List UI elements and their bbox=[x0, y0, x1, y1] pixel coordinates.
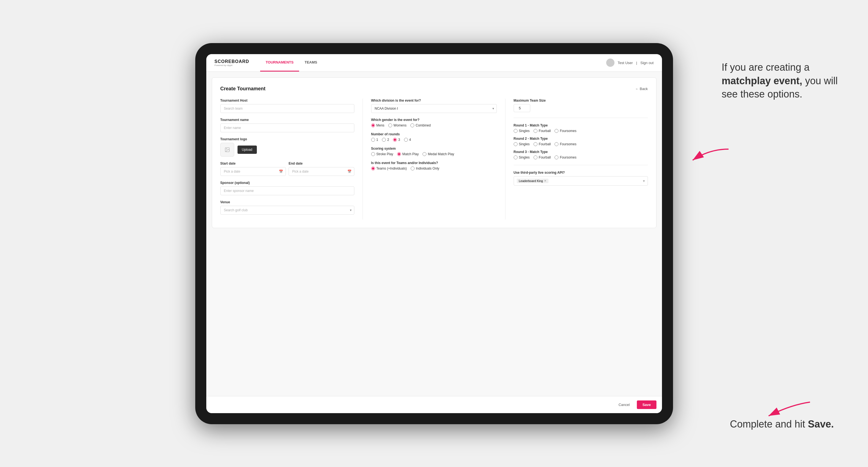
annotation-matchplay-bold: matchplay event, bbox=[722, 75, 802, 87]
nav-tabs: TOURNAMENTS TEAMS bbox=[260, 54, 322, 71]
tab-tournaments[interactable]: TOURNAMENTS bbox=[260, 54, 299, 71]
gender-mens[interactable]: Mens bbox=[371, 123, 384, 127]
max-team-size-group: Maximum Team Size bbox=[514, 99, 648, 112]
form-footer: Cancel Save bbox=[206, 396, 662, 413]
nav-bar: SCOREBOARD Powered by clippit TOURNAMENT… bbox=[206, 54, 662, 72]
tournament-name-input[interactable] bbox=[220, 123, 354, 132]
round-1[interactable]: 1 bbox=[371, 138, 378, 142]
teams-label: Is this event for Teams and/or Individua… bbox=[371, 161, 497, 165]
gender-combined[interactable]: Combined bbox=[410, 123, 431, 127]
end-date-wrapper: 📅 bbox=[288, 167, 354, 176]
tournament-host-label: Tournament Host bbox=[220, 99, 354, 102]
nav-logo: SCOREBOARD Powered by clippit bbox=[215, 59, 249, 67]
round2-match-type: Round 2 - Match Type Singles Fourball bbox=[514, 137, 648, 146]
rounds-radio-group: 1 2 3 bbox=[371, 138, 497, 142]
round-3[interactable]: 3 bbox=[393, 138, 400, 142]
arrow-save bbox=[763, 399, 813, 422]
teams-group: Is this event for Teams and/or Individua… bbox=[371, 161, 497, 170]
user-name: Test User bbox=[618, 61, 633, 65]
avatar bbox=[606, 59, 615, 67]
tournament-name-group: Tournament name bbox=[220, 118, 354, 132]
venue-select-wrapper bbox=[220, 206, 354, 215]
max-team-size-input[interactable] bbox=[514, 104, 530, 112]
round1-singles[interactable]: Singles bbox=[514, 129, 530, 133]
api-tag-close-icon[interactable]: ✕ bbox=[544, 179, 546, 182]
teams-radio-group: Teams (+Individuals) Individuals Only bbox=[371, 166, 497, 170]
tablet-frame: SCOREBOARD Powered by clippit TOURNAMENT… bbox=[195, 43, 673, 424]
round2-label: Round 2 - Match Type bbox=[514, 137, 648, 141]
api-dropdown-icon: ▾ bbox=[643, 179, 645, 183]
sponsor-label: Sponsor (optional) bbox=[220, 181, 354, 185]
round3-fourball[interactable]: Fourball bbox=[533, 155, 551, 159]
logo-placeholder bbox=[220, 143, 234, 157]
division-select-wrapper: NCAA Division I bbox=[371, 104, 497, 113]
round3-foursomes[interactable]: Foursomes bbox=[555, 155, 577, 159]
round1-match-type: Round 1 - Match Type Singles Fourball bbox=[514, 123, 648, 133]
round1-fourball[interactable]: Fourball bbox=[533, 129, 551, 133]
round3-match-type: Round 3 - Match Type Singles Fourball bbox=[514, 150, 648, 159]
start-date-label: Start date bbox=[220, 161, 286, 165]
gender-radio-group: Mens Womens Combined bbox=[371, 123, 497, 127]
save-button[interactable]: Save bbox=[637, 400, 656, 409]
round2-singles[interactable]: Singles bbox=[514, 142, 530, 146]
logo-sub: Powered by clippit bbox=[215, 64, 249, 67]
round3-radio-group: Singles Fourball Foursomes bbox=[514, 155, 648, 159]
gender-womens[interactable]: Womens bbox=[388, 123, 406, 127]
tournament-host-group: Tournament Host bbox=[220, 99, 354, 113]
signout-link[interactable]: Sign out bbox=[641, 61, 654, 65]
start-date-input[interactable] bbox=[220, 167, 286, 176]
teams-plus-individuals[interactable]: Teams (+Individuals) bbox=[371, 166, 407, 170]
sponsor-group: Sponsor (optional) bbox=[220, 181, 354, 195]
round-4[interactable]: 4 bbox=[404, 138, 411, 142]
round2-fourball[interactable]: Fourball bbox=[533, 142, 551, 146]
arrow-matchplay bbox=[687, 146, 731, 168]
back-button[interactable]: ← Back bbox=[635, 87, 648, 91]
api-tag: Leaderboard King ✕ bbox=[517, 179, 549, 183]
round1-radio-group: Singles Fourball Foursomes bbox=[514, 129, 648, 133]
logo-text: SCOREBOARD bbox=[215, 59, 249, 64]
start-date-wrapper: 📅 bbox=[220, 167, 286, 176]
divider-2 bbox=[514, 165, 648, 165]
api-group: Use third-party live scoring API? Leader… bbox=[514, 171, 648, 186]
create-tournament-container: Create Tournament ← Back Tournament Host… bbox=[212, 77, 656, 228]
round-2[interactable]: 2 bbox=[382, 138, 389, 142]
nav-right: Test User | Sign out bbox=[606, 59, 654, 67]
sponsor-input[interactable] bbox=[220, 186, 354, 195]
venue-input[interactable] bbox=[220, 206, 354, 215]
form-header: Create Tournament ← Back bbox=[220, 86, 648, 92]
start-date-group: Start date 📅 bbox=[220, 161, 286, 176]
individuals-only[interactable]: Individuals Only bbox=[411, 166, 439, 170]
form-col-left: Tournament Host Tournament name Tourname… bbox=[220, 99, 363, 220]
round1-foursomes[interactable]: Foursomes bbox=[555, 129, 577, 133]
division-group: Which division is the event for? NCAA Di… bbox=[371, 99, 497, 113]
round2-foursomes[interactable]: Foursomes bbox=[555, 142, 577, 146]
round3-singles[interactable]: Singles bbox=[514, 155, 530, 159]
rounds-group: Number of rounds 1 2 bbox=[371, 132, 497, 142]
scoring-match[interactable]: Match Play bbox=[397, 152, 419, 156]
tournament-logo-group: Tournament logo Upload bbox=[220, 137, 354, 157]
division-label: Which division is the event for? bbox=[371, 99, 497, 102]
scoring-stroke[interactable]: Stroke Play bbox=[371, 152, 393, 156]
tournament-host-input[interactable] bbox=[220, 104, 354, 113]
api-tag-input[interactable]: Leaderboard King ✕ ▾ bbox=[514, 176, 648, 186]
gender-group: Which gender is the event for? Mens Wome… bbox=[371, 118, 497, 127]
main-content: Create Tournament ← Back Tournament Host… bbox=[206, 72, 662, 396]
tab-teams[interactable]: TEAMS bbox=[299, 54, 323, 71]
venue-label: Venue bbox=[220, 200, 354, 204]
form-col-right: Maximum Team Size Round 1 - Match Type S… bbox=[505, 99, 648, 220]
division-select[interactable]: NCAA Division I bbox=[371, 104, 497, 113]
scoring-radio-group: Stroke Play Match Play Medal Match Play bbox=[371, 152, 497, 156]
end-date-input[interactable] bbox=[288, 167, 354, 176]
logo-upload-area: Upload bbox=[220, 143, 354, 157]
cancel-button[interactable]: Cancel bbox=[614, 400, 634, 409]
scoring-medal[interactable]: Medal Match Play bbox=[423, 152, 454, 156]
form-title: Create Tournament bbox=[220, 86, 266, 92]
dates-group: Start date 📅 End date bbox=[220, 161, 354, 176]
venue-group: Venue bbox=[220, 200, 354, 215]
gender-label: Which gender is the event for? bbox=[371, 118, 497, 122]
upload-button[interactable]: Upload bbox=[238, 146, 257, 154]
rounds-label: Number of rounds bbox=[371, 132, 497, 136]
tournament-logo-label: Tournament logo bbox=[220, 137, 354, 141]
date-row: Start date 📅 End date bbox=[220, 161, 354, 176]
form-layout: Tournament Host Tournament name Tourname… bbox=[220, 99, 648, 220]
